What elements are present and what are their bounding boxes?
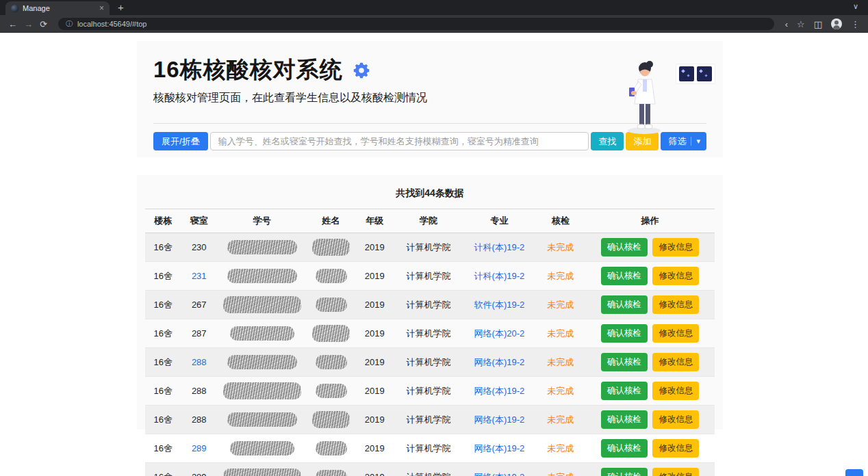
cell-dorm[interactable]: 288 xyxy=(192,357,207,367)
cell-grade: 2019 xyxy=(365,242,385,252)
cell-college: 计算机学院 xyxy=(406,271,450,281)
window-chevron-icon[interactable]: ∨ xyxy=(853,2,858,11)
edit-button[interactable]: 修改信息 xyxy=(652,267,699,285)
edit-button[interactable]: 修改信息 xyxy=(652,238,699,256)
reload-icon[interactable]: ⟳ xyxy=(40,20,47,29)
edit-button[interactable]: 修改信息 xyxy=(652,410,699,429)
cell-dorm[interactable]: 231 xyxy=(192,271,207,281)
redacted-student-name xyxy=(316,298,347,312)
confirm-button[interactable]: 确认核检 xyxy=(601,468,648,476)
cell-dorm: 230 xyxy=(192,242,207,252)
column-header: 学号 xyxy=(217,209,307,233)
gear-icon xyxy=(351,60,372,81)
table-row: 16舍 230 2019 计算机学院 计科(本)19-2 未完成 确认核检 修改… xyxy=(145,233,715,262)
cell-building: 16舍 xyxy=(154,328,173,339)
table-row: 16舍 288 2019 计算机学院 网络(本)19-2 未完成 确认核检 修改… xyxy=(145,406,715,434)
cell-major[interactable]: 软件(本)19-2 xyxy=(474,300,525,310)
forward-icon[interactable]: → xyxy=(24,20,33,29)
confirm-button[interactable]: 确认核检 xyxy=(601,439,648,458)
address-bar[interactable]: ⓘ localhost:45649/#top xyxy=(58,18,774,30)
column-header: 专业 xyxy=(463,209,535,233)
cell-grade: 2019 xyxy=(365,472,385,476)
cell-dorm: 288 xyxy=(192,386,207,396)
cell-dorm: 288 xyxy=(192,414,207,425)
redacted-student-name xyxy=(312,325,350,342)
result-summary: 共找到44条数据 xyxy=(145,181,715,209)
cell-status: 未完成 xyxy=(547,242,574,252)
redacted-student-id xyxy=(227,355,297,369)
redacted-student-name xyxy=(316,441,347,455)
browser-navbar: ← → ⟳ ⓘ localhost:45649/#top ‹ ☆ ◫ ⋮ xyxy=(0,15,868,33)
back-to-top-button[interactable] xyxy=(845,469,863,476)
redacted-student-name xyxy=(316,470,347,476)
header-section: 16栋核酸核对系统 核酸核对管理页面，在此查看学生信息以及核酸检测情况 xyxy=(137,41,723,157)
cell-major[interactable]: 网络(本)19-2 xyxy=(474,414,525,425)
browser-tab[interactable]: Manage × xyxy=(5,1,110,15)
cell-dorm[interactable]: 289 xyxy=(192,443,207,453)
cell-college: 计算机学院 xyxy=(406,386,450,396)
picture-frame xyxy=(697,66,712,81)
picture-frame xyxy=(679,66,694,81)
navbar-actions: ‹ ☆ ◫ ⋮ xyxy=(785,18,860,29)
students-table: 楼栋寝室学号姓名年级学院专业核检操作 16舍 230 2019 计算机学院 计科… xyxy=(145,209,715,476)
doctor-illustration xyxy=(620,59,668,135)
table-row: 16舍 231 2019 计算机学院 计科(本)19-2 未完成 确认核检 修改… xyxy=(145,262,715,291)
edit-button[interactable]: 修改信息 xyxy=(652,382,699,400)
redacted-student-name xyxy=(312,411,350,428)
cell-building: 16舍 xyxy=(154,242,173,252)
profile-avatar[interactable] xyxy=(831,18,842,29)
edit-button[interactable]: 修改信息 xyxy=(652,324,699,343)
edit-button[interactable]: 修改信息 xyxy=(652,353,699,371)
cell-building: 16舍 xyxy=(154,414,173,425)
page-title-text: 16栋核酸核对系统 xyxy=(153,55,343,85)
confirm-button[interactable]: 确认核检 xyxy=(601,267,648,285)
edit-button[interactable]: 修改信息 xyxy=(652,439,699,458)
cell-major[interactable]: 网络(本)19-2 xyxy=(474,386,525,396)
cell-college: 计算机学院 xyxy=(406,300,450,310)
search-button[interactable]: 查找 xyxy=(591,132,624,150)
cell-major[interactable]: 网络(本)19-2 xyxy=(474,357,525,367)
cell-building: 16舍 xyxy=(154,357,173,367)
cell-major[interactable]: 网络(本)19-2 xyxy=(474,443,525,453)
cell-dorm: 287 xyxy=(192,328,207,339)
edit-button[interactable]: 修改信息 xyxy=(652,468,699,476)
search-input[interactable] xyxy=(210,132,589,150)
back-icon[interactable]: ← xyxy=(8,20,17,29)
confirm-button[interactable]: 确认核检 xyxy=(601,410,648,429)
bookmark-star-icon[interactable]: ☆ xyxy=(797,20,805,29)
side-panel-icon[interactable]: ◫ xyxy=(814,20,822,29)
confirm-button[interactable]: 确认核检 xyxy=(601,353,648,371)
cell-major[interactable]: 计科(本)19-2 xyxy=(474,242,525,252)
cell-grade: 2019 xyxy=(365,328,385,339)
cell-status: 未完成 xyxy=(547,357,574,367)
column-header: 学院 xyxy=(394,209,463,233)
cell-building: 16舍 xyxy=(154,443,173,453)
column-header: 楼栋 xyxy=(145,209,181,233)
redacted-student-name xyxy=(316,355,347,369)
table-body: 16舍 230 2019 计算机学院 计科(本)19-2 未完成 确认核检 修改… xyxy=(145,233,715,476)
site-info-icon[interactable]: ⓘ xyxy=(66,19,73,29)
tab-close-icon[interactable]: × xyxy=(99,4,104,12)
cell-status: 未完成 xyxy=(547,328,574,339)
filter-label: 筛选 xyxy=(668,135,686,148)
page-content: 16栋核酸核对系统 核酸核对管理页面，在此查看学生信息以及核酸检测情况 xyxy=(0,33,868,476)
redacted-student-id xyxy=(230,441,294,455)
redacted-student-id xyxy=(223,468,301,476)
table-row: 16舍 288 2019 计算机学院 网络(本)19-2 未完成 确认核检 修改… xyxy=(145,348,715,377)
share-icon[interactable]: ‹ xyxy=(785,20,788,29)
edit-button[interactable]: 修改信息 xyxy=(652,295,699,314)
confirm-button[interactable]: 确认核检 xyxy=(601,382,648,400)
cell-major[interactable]: 网络(本)20-2 xyxy=(474,328,525,339)
browser-menu-icon[interactable]: ⋮ xyxy=(851,20,860,29)
expand-collapse-button[interactable]: 展开/折叠 xyxy=(153,132,208,150)
cell-major[interactable]: 计科(本)19-2 xyxy=(474,271,525,281)
confirm-button[interactable]: 确认核检 xyxy=(601,324,648,343)
confirm-button[interactable]: 确认核检 xyxy=(601,238,648,256)
confirm-button[interactable]: 确认核检 xyxy=(601,295,648,314)
cell-grade: 2019 xyxy=(365,386,385,396)
cell-status: 未完成 xyxy=(547,414,574,425)
redacted-student-id xyxy=(227,240,297,254)
cell-dorm: 267 xyxy=(192,300,207,310)
new-tab-button[interactable]: + xyxy=(118,1,124,15)
cell-major[interactable]: 网络(本)19-2 xyxy=(474,472,525,476)
